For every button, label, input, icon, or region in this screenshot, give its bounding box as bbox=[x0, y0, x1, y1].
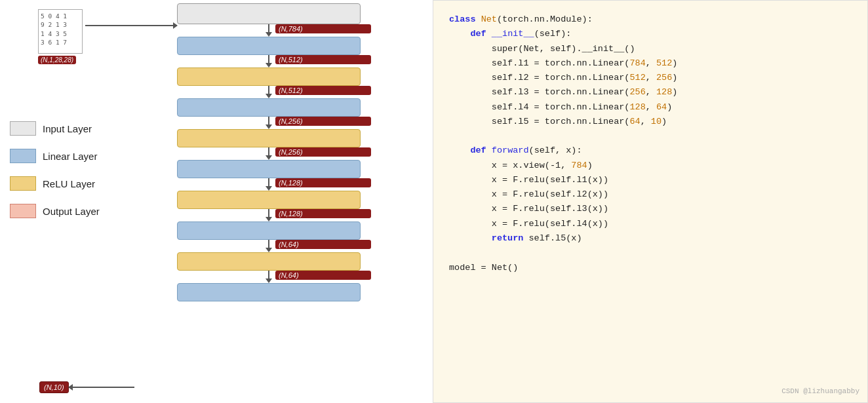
linear-layer-block bbox=[177, 98, 361, 117]
output-badge: (N,10) bbox=[39, 381, 69, 393]
relu-layer-block bbox=[177, 191, 361, 209]
arrow-head bbox=[266, 186, 272, 191]
arrow-with-badge: (N,256) bbox=[177, 117, 361, 129]
code-line: return self.l5(x) bbox=[449, 231, 852, 246]
linear-layer-block bbox=[177, 160, 361, 178]
code-line: x = F.relu(self.l3(x)) bbox=[449, 202, 852, 216]
dimension-badge: (N,128) bbox=[275, 209, 371, 218]
arrow-head bbox=[266, 63, 272, 67]
code-line: def forward(self, x): bbox=[449, 144, 852, 158]
code-line: def __init__(self): bbox=[449, 27, 852, 41]
code-line: super(Net, self).__init__() bbox=[449, 42, 852, 56]
linear-layer-block bbox=[177, 221, 361, 240]
network-diagram: (N,784)(N,512)(N,512)(N,256)(N,256)(N,12… bbox=[177, 3, 361, 301]
arrow-line bbox=[268, 147, 269, 155]
legend-item-linear: Linear Layer bbox=[10, 149, 100, 163]
arrow-line bbox=[268, 24, 269, 32]
linear-layer-block bbox=[177, 37, 361, 55]
arrow-with-badge: (N,256) bbox=[177, 147, 361, 160]
dimension-badge: (N,512) bbox=[275, 86, 371, 95]
arrow-line bbox=[268, 271, 269, 278]
code-line: self.l1 = torch.nn.Linear(784, 512) bbox=[449, 56, 852, 71]
relu-layer-block bbox=[177, 252, 361, 271]
dimension-badge: (N,64) bbox=[275, 271, 371, 280]
relu-layer-block bbox=[177, 129, 361, 147]
code-line: model = Net() bbox=[449, 261, 852, 275]
arrow-line bbox=[268, 55, 269, 63]
code-line: self.l5 = torch.nn.Linear(64, 10) bbox=[449, 115, 852, 129]
input-image-label: (N,1,28,28) bbox=[38, 56, 76, 64]
arrow-with-badge: (N,512) bbox=[177, 86, 361, 98]
arrow-head bbox=[266, 32, 272, 37]
right-panel: class Net(torch.nn.Module): def __init__… bbox=[433, 0, 868, 403]
code-line: x = F.relu(self.l2(x)) bbox=[449, 187, 852, 202]
arrow-with-badge: (N,128) bbox=[177, 209, 361, 221]
arrow-with-badge: (N,512) bbox=[177, 55, 361, 67]
arrow-line bbox=[268, 209, 269, 217]
arrow-line bbox=[268, 86, 269, 94]
linear-layer-block bbox=[177, 283, 361, 301]
img-to-layer-arrow bbox=[85, 25, 177, 26]
left-panel: 5 0 4 1 9 2 1 3 1 4 3 5 3 6 1 7 (N,1,28,… bbox=[0, 0, 433, 403]
code-line: self.l3 = torch.nn.Linear(256, 128) bbox=[449, 85, 852, 100]
legend-label-output: Output Layer bbox=[43, 206, 100, 217]
code-line: class Net(torch.nn.Module): bbox=[449, 12, 852, 27]
arrow-line bbox=[268, 178, 269, 186]
arrow-head bbox=[266, 278, 272, 283]
dimension-badge: (N,128) bbox=[275, 178, 371, 187]
input-layer-block bbox=[177, 3, 361, 24]
arrow-with-badge: (N,128) bbox=[177, 178, 361, 191]
code-line: self.l4 = torch.nn.Linear(128, 64) bbox=[449, 100, 852, 115]
code-line bbox=[449, 246, 852, 260]
legend-label-input: Input Layer bbox=[43, 123, 92, 134]
dimension-badge: (N,64) bbox=[275, 240, 371, 249]
legend-item-output: Output Layer bbox=[10, 204, 100, 218]
relu-layer-block bbox=[177, 67, 361, 86]
output-arrow-left bbox=[69, 387, 134, 388]
dimension-badge: (N,784) bbox=[275, 24, 371, 33]
legend-label-linear: Linear Layer bbox=[43, 151, 97, 162]
dimension-badge: (N,512) bbox=[275, 55, 371, 64]
arrow-line bbox=[268, 117, 269, 125]
arrow-head bbox=[266, 248, 272, 252]
code-line: x = x.view(-1, 784) bbox=[449, 159, 852, 173]
arrow-head bbox=[266, 94, 272, 98]
watermark: CSDN @lizhuangabby bbox=[781, 385, 859, 397]
arrow-head bbox=[266, 217, 272, 221]
arrow-line bbox=[268, 240, 269, 248]
arrow-with-badge: (N,64) bbox=[177, 240, 361, 252]
legend-item-relu: ReLU Layer bbox=[10, 176, 100, 191]
code-line bbox=[449, 129, 852, 144]
legend-box-output bbox=[10, 204, 36, 218]
legend-box-relu bbox=[10, 176, 36, 191]
legend-box-linear bbox=[10, 149, 36, 163]
arrow-with-badge: (N,64) bbox=[177, 271, 361, 283]
legend-box-input bbox=[10, 121, 36, 136]
legend-item-input: Input Layer bbox=[10, 121, 100, 136]
arrow-head bbox=[266, 155, 272, 160]
code-line: x = F.relu(self.l4(x)) bbox=[449, 217, 852, 231]
legend-label-relu: ReLU Layer bbox=[43, 178, 95, 189]
dimension-badge: (N,256) bbox=[275, 147, 371, 157]
legend: Input Layer Linear Layer ReLU Layer Outp… bbox=[10, 121, 100, 218]
code-line: self.l2 = torch.nn.Linear(512, 256) bbox=[449, 71, 852, 85]
arrow-head bbox=[266, 125, 272, 129]
input-image: 5 0 4 1 9 2 1 3 1 4 3 5 3 6 1 7 bbox=[38, 9, 83, 54]
code-line: x = F.relu(self.l1(x)) bbox=[449, 173, 852, 187]
dimension-badge: (N,256) bbox=[275, 117, 371, 126]
output-section: (N,10) bbox=[39, 381, 134, 393]
arrow-with-badge: (N,784) bbox=[177, 24, 361, 37]
code-block: class Net(torch.nn.Module): def __init__… bbox=[449, 12, 852, 275]
